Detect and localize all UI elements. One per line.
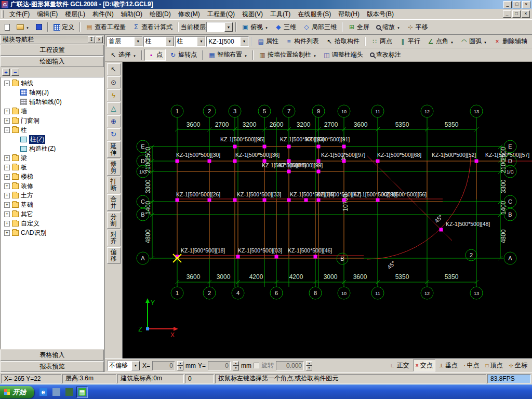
x-input[interactable]: 0 (152, 361, 175, 370)
collapse-all-button[interactable]: − (11, 69, 19, 76)
rotate-tool[interactable]: ↻ (107, 128, 121, 140)
move-tool[interactable]: ⊕ (107, 115, 121, 127)
spin-down-icon[interactable]: ▼ (306, 366, 312, 370)
new-file-button[interactable] (2, 22, 13, 32)
rotate-point-button[interactable]: ↻旋转点 (166, 49, 200, 61)
menu-item-视图(V)[interactable]: 视图(V) (238, 9, 267, 20)
component-list-button[interactable]: ≡构件列表 (282, 35, 322, 47)
open-file-button[interactable] (14, 22, 32, 32)
extend-tool[interactable]: 延伸 (107, 141, 121, 158)
tree-item-轴线[interactable]: −轴线 (1, 78, 103, 88)
menu-item-在线服务(S)[interactable]: 在线服务(S) (294, 9, 335, 20)
define-button[interactable]: 定义 (50, 21, 77, 33)
tree-item-柱[interactable]: −柱 (1, 125, 103, 135)
adjust-column-end-button[interactable]: ◫调整柱端头 (320, 49, 366, 61)
pin-icon[interactable]: ↧ (88, 36, 95, 43)
select-tool[interactable]: ↖ (107, 63, 121, 75)
coordinate-toggle[interactable]: ⊹坐标 (507, 360, 530, 371)
trim-tool[interactable]: 修剪 (107, 159, 121, 176)
quick-capture-tool[interactable]: ϟ (107, 89, 121, 101)
top-view-button[interactable]: ▣俯视 (238, 21, 271, 33)
tree-item-CAD识别[interactable]: +CAD识别 (1, 228, 103, 237)
maximize-button[interactable] (513, 1, 521, 8)
minimize-button[interactable] (503, 1, 512, 8)
attributes-button[interactable]: ▤属性 (254, 35, 282, 47)
close-icon[interactable]: × (96, 36, 103, 43)
view-formula-button[interactable]: Σ查看计算式 (129, 21, 176, 33)
menu-item-辅助(O)[interactable]: 辅助(O) (117, 9, 146, 20)
chevron-down-icon[interactable] (166, 37, 174, 46)
intersection-toggle[interactable]: ×交点 (413, 360, 435, 371)
expand-icon[interactable]: + (4, 183, 10, 189)
ortho-toggle[interactable]: ∟正交 (388, 360, 412, 371)
point-draw-button[interactable]: ▪点 (144, 49, 166, 61)
expand-icon[interactable]: + (4, 155, 10, 161)
current-floor-combo[interactable] (206, 22, 233, 32)
rotate-stepper[interactable]: ▲▼ (306, 361, 312, 370)
fullscreen-button[interactable]: ⊞全屏 (345, 21, 373, 33)
perpendicular-toggle[interactable]: ⊥垂点 (436, 360, 460, 371)
tree-item-辅助轴线(0)[interactable]: 辅助轴线(0) (1, 97, 103, 107)
category-combo[interactable]: 柱 (143, 36, 175, 47)
smart-layout-button[interactable]: ▦智能布置 (205, 49, 250, 61)
align-tool[interactable]: 对齐 (107, 230, 121, 246)
save-button[interactable] (33, 22, 45, 32)
expand-icon[interactable]: + (4, 193, 10, 198)
spin-up-icon[interactable]: ▲ (177, 361, 183, 366)
menu-item-文件(F)[interactable]: 文件(F) (6, 9, 33, 20)
y-stepper[interactable]: ▲▼ (233, 361, 239, 370)
chevron-down-icon[interactable] (131, 361, 140, 370)
three-d-button[interactable]: ◆三维 (272, 21, 299, 33)
expand-icon[interactable]: + (4, 174, 10, 180)
project-settings-button[interactable]: 工程设置 (1, 45, 104, 56)
start-button[interactable]: 开始 (0, 386, 34, 398)
tree-item-门窗洞[interactable]: +门窗洞 (1, 116, 103, 125)
chevron-down-icon[interactable] (134, 37, 142, 46)
check-annotation-button[interactable]: 查改标注 (367, 49, 404, 61)
rotate-checkbox[interactable] (254, 363, 259, 368)
menu-item-构件(N)[interactable]: 构件(N) (89, 9, 117, 20)
tree-item-构造柱(Z)[interactable]: 构造柱(Z) (1, 144, 103, 153)
show-desktop-icon[interactable] (50, 387, 62, 398)
component-combo[interactable]: KZ-1[500 (206, 36, 249, 47)
expand-all-button[interactable]: + (2, 69, 10, 76)
mdi-minimize-button[interactable] (503, 10, 511, 18)
delete-aux-axis-button[interactable]: ×删除辅轴 (490, 35, 530, 47)
floor-combo[interactable]: 首层 (107, 36, 143, 47)
drawing-canvas-area[interactable]: 3600270032002600320027003600535053503600… (123, 62, 532, 358)
select-button[interactable]: ↖选择 (107, 49, 139, 61)
tree-item-轴网(J)[interactable]: 轴网(J) (1, 88, 103, 97)
spin-down-icon[interactable]: ▼ (233, 366, 239, 370)
tree-item-其它[interactable]: +其它 (1, 209, 103, 219)
parallel-button[interactable]: ∥平行 (396, 35, 423, 47)
arc-button[interactable]: ◠圆弧 (457, 35, 490, 47)
tree-item-楼梯[interactable]: +楼梯 (1, 172, 103, 181)
menu-item-帮助(H)[interactable]: 帮助(H) (335, 9, 363, 20)
offset-tool[interactable]: 偏移 (107, 247, 121, 264)
collapse-icon[interactable]: − (4, 127, 10, 133)
offset-mode-combo[interactable]: 不偏移 (107, 361, 140, 371)
menu-item-版本号(B)[interactable]: 版本号(B) (363, 9, 397, 20)
tree-item-梁[interactable]: +梁 (1, 153, 103, 163)
split-tool[interactable]: 分割 (107, 212, 121, 229)
expand-icon[interactable]: + (4, 230, 10, 236)
view-quantity-button[interactable]: ▤查看工程量 (83, 21, 129, 33)
tree-item-自定义[interactable]: +自定义 (1, 219, 103, 228)
tree-item-柱(Z)[interactable]: 柱(Z) (1, 135, 103, 144)
pan-button[interactable]: ⊹平移 (404, 21, 431, 33)
gcl-app-icon[interactable]: ▦ (76, 387, 88, 398)
draw-input-button[interactable]: 绘图输入 (1, 56, 104, 67)
expand-icon[interactable]: + (4, 118, 10, 124)
x-stepper[interactable]: ▲▼ (177, 361, 183, 370)
spin-up-icon[interactable]: ▲ (233, 361, 239, 366)
spin-down-icon[interactable]: ▼ (177, 366, 183, 370)
menu-item-编辑(E)[interactable]: 编辑(E) (33, 9, 61, 20)
ie-icon[interactable]: e (37, 387, 49, 398)
menu-item-工具(T)[interactable]: 工具(T) (267, 9, 294, 20)
expand-icon[interactable]: + (4, 211, 10, 217)
expand-icon[interactable]: + (4, 109, 10, 114)
tree-item-土方[interactable]: +土方 (1, 191, 103, 200)
mdi-close-button[interactable] (522, 10, 530, 18)
tree-item-墙[interactable]: +墙 (1, 107, 103, 116)
table-input-button[interactable]: 表格输入 (1, 350, 104, 361)
